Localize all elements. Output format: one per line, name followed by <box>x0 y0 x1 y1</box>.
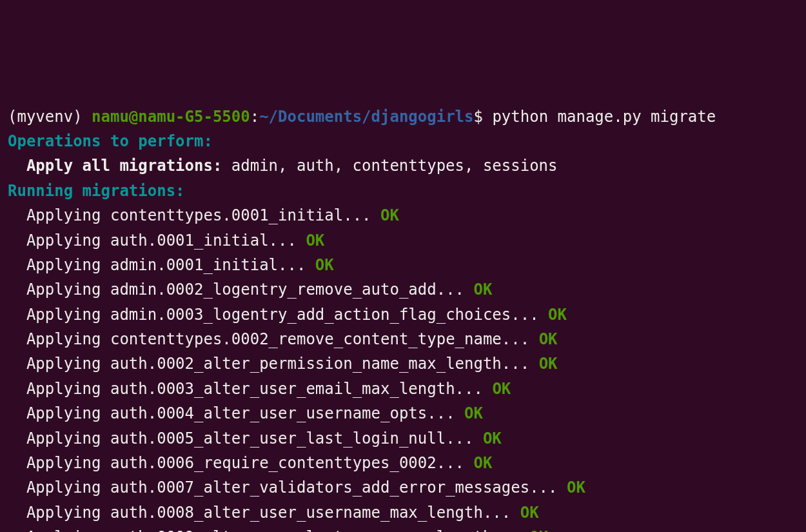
apply-prefix: Applying <box>8 306 110 324</box>
migration-name: admin.0003_logentry_add_action_flag_choi… <box>110 306 548 324</box>
apply-all-label: Apply all migrations: <box>8 157 231 175</box>
apply-prefix: Applying <box>8 454 110 472</box>
status-ok: OK <box>539 355 558 373</box>
apply-prefix: Applying <box>8 330 110 348</box>
apply-all-list: admin, auth, contenttypes, sessions <box>231 157 558 175</box>
migration-line: Applying auth.0009_alter_user_last_name_… <box>8 528 548 532</box>
migration-list: Applying contenttypes.0001_initial... OK… <box>8 203 798 532</box>
apply-prefix: Applying <box>8 206 110 224</box>
apply-prefix: Applying <box>8 528 110 532</box>
command-text: python manage.py migrate <box>492 108 716 126</box>
migration-line: Applying auth.0007_alter_validators_add_… <box>8 478 585 497</box>
apply-prefix: Applying <box>8 504 110 522</box>
colon: : <box>250 108 259 126</box>
prompt-symbol: $ <box>473 108 492 126</box>
apply-prefix: Applying <box>8 429 110 448</box>
status-ok: OK <box>492 380 511 398</box>
status-ok: OK <box>520 504 539 522</box>
status-ok: OK <box>539 330 558 348</box>
operations-header: Operations to perform: <box>8 132 213 150</box>
status-ok: OK <box>464 404 483 422</box>
migration-line: Applying auth.0004_alter_user_username_o… <box>8 404 483 422</box>
migration-name: auth.0008_alter_user_username_max_length… <box>110 504 520 522</box>
status-ok: OK <box>483 429 502 448</box>
migration-name: auth.0004_alter_user_username_opts... <box>110 404 464 422</box>
status-ok: OK <box>473 454 492 472</box>
apply-prefix: Applying <box>8 355 110 373</box>
apply-prefix: Applying <box>8 404 110 422</box>
migration-name: auth.0005_alter_user_last_login_null... <box>110 429 483 448</box>
apply-prefix: Applying <box>8 256 110 274</box>
running-header: Running migrations: <box>8 182 185 200</box>
apply-prefix: Applying <box>8 281 110 299</box>
status-ok: OK <box>567 478 585 497</box>
migration-line: Applying contenttypes.0002_remove_conten… <box>8 330 558 348</box>
migration-line: Applying admin.0003_logentry_add_action_… <box>8 306 567 324</box>
migration-name: auth.0001_initial... <box>110 232 306 250</box>
migration-name: auth.0006_require_contenttypes_0002... <box>110 454 474 472</box>
status-ok: OK <box>529 528 548 532</box>
status-ok: OK <box>548 306 567 324</box>
migration-name: admin.0002_logentry_remove_auto_add... <box>110 281 474 299</box>
migration-name: contenttypes.0002_remove_content_type_na… <box>110 330 539 348</box>
migration-line: Applying auth.0002_alter_permission_name… <box>8 355 558 373</box>
migration-name: auth.0002_alter_permission_name_max_leng… <box>110 355 539 373</box>
apply-prefix: Applying <box>8 232 110 250</box>
migration-line: Applying auth.0006_require_contenttypes_… <box>8 454 492 472</box>
migration-line: Applying auth.0008_alter_user_username_m… <box>8 504 539 522</box>
apply-prefix: Applying <box>8 380 110 398</box>
migration-name: auth.0003_alter_user_email_max_length... <box>110 380 492 398</box>
status-ok: OK <box>315 256 334 274</box>
venv-indicator: (myvenv) <box>8 108 92 126</box>
status-ok: OK <box>306 232 324 250</box>
migration-line: Applying auth.0001_initial... OK <box>8 232 324 250</box>
terminal-output[interactable]: (myvenv) namu@namu-G5-5500:~/Documents/d… <box>8 104 798 532</box>
status-ok: OK <box>380 206 399 224</box>
migration-name: admin.0001_initial... <box>110 256 315 274</box>
migration-name: contenttypes.0001_initial... <box>110 206 380 224</box>
status-ok: OK <box>473 281 492 299</box>
migration-line: Applying auth.0005_alter_user_last_login… <box>8 429 502 448</box>
user-host: namu@namu-G5-5500 <box>92 108 250 126</box>
migration-name: auth.0007_alter_validators_add_error_mes… <box>110 478 567 497</box>
migration-line: Applying admin.0002_logentry_remove_auto… <box>8 281 492 299</box>
apply-prefix: Applying <box>8 478 110 497</box>
migration-name: auth.0009_alter_user_last_name_max_lengt… <box>110 528 529 532</box>
migration-line: Applying admin.0001_initial... OK <box>8 256 334 274</box>
migration-line: Applying auth.0003_alter_user_email_max_… <box>8 380 511 398</box>
cwd-path: ~/Documents/djangogirls <box>259 108 473 126</box>
migration-line: Applying contenttypes.0001_initial... OK <box>8 206 399 224</box>
